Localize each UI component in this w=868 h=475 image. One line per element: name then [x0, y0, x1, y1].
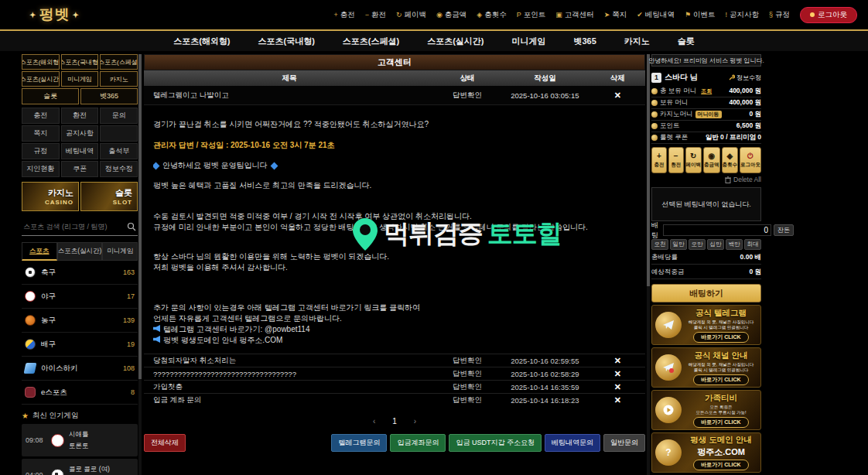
- sport-row-soccer[interactable]: 축구163: [22, 261, 138, 285]
- next-page-icon[interactable]: ›: [414, 417, 416, 425]
- logout-button[interactable]: 로그아웃: [800, 7, 857, 23]
- sidebar-item-inquiry[interactable]: 문의: [100, 108, 138, 124]
- main-scrollbar[interactable]: [647, 54, 650, 475]
- sidebar-item-bet365[interactable]: 벳365: [80, 88, 138, 104]
- post-title[interactable]: ???????????????????????????????????: [144, 370, 435, 378]
- profile-edit-link[interactable]: 정보수정: [729, 73, 761, 82]
- page-number[interactable]: 1: [392, 417, 397, 425]
- nav-sports-domestic[interactable]: 스포츠(국내형): [258, 36, 314, 47]
- bet-history-inquiry-button[interactable]: 베팅내역문의: [545, 434, 600, 452]
- table-row[interactable]: 가입첫충 답변확인 2025-10-14 16:35:59 ✕: [144, 380, 645, 393]
- quick-10000-button[interactable]: 일만: [670, 239, 687, 250]
- delete-post-icon[interactable]: ✕: [614, 356, 621, 365]
- banner-cta[interactable]: 바로가기 CLICK: [693, 417, 748, 428]
- telegram-channel-banner[interactable]: 공식 채널 안내해당계정 외 봇, 채널은 사칭입니다클릭 시 텔레그램 연결됩…: [651, 347, 761, 388]
- sport-row-basketball[interactable]: 농구139: [22, 309, 138, 333]
- sidebar-item-rules[interactable]: 규정: [22, 143, 60, 159]
- menu-item-message[interactable]: ➤쪽지: [604, 10, 627, 20]
- charge-count-button[interactable]: ◈충횟수: [722, 147, 739, 173]
- menu-item-charge[interactable]: +충전: [333, 10, 354, 20]
- sidebar-item-charge[interactable]: 충전: [22, 108, 60, 124]
- sidebar-item-referral[interactable]: 지인현황: [22, 161, 60, 177]
- telegram-inquiry-button[interactable]: 텔레그램문의: [331, 434, 387, 452]
- exchange-button[interactable]: −환전: [668, 147, 684, 173]
- sidebar-item-event[interactable]: [100, 125, 138, 142]
- table-row[interactable]: 당첨되자말자 취소처리는 답변확인 2025-10-16 02:59:55 ✕: [144, 354, 645, 367]
- sport-row-esports[interactable]: e스포츠8: [22, 381, 138, 405]
- tab-minigame[interactable]: 미니게임: [102, 242, 138, 261]
- place-bet-button[interactable]: 배팅하기: [651, 284, 761, 302]
- delete-post-icon[interactable]: ✕: [614, 369, 621, 378]
- delete-all-button[interactable]: 전체삭제: [144, 434, 186, 452]
- delete-all-bets[interactable]: Delete All: [651, 173, 761, 186]
- sidebar-item-message[interactable]: 쪽지: [22, 125, 60, 142]
- game-row[interactable]: 04:00콜로 콜로 (여)데포르티보 칼리 (여): [22, 459, 138, 475]
- sport-row-baseball[interactable]: 야구17: [22, 285, 138, 309]
- bet-amount-input[interactable]: [663, 224, 771, 236]
- money-transfer-button[interactable]: 머니이동: [695, 111, 722, 118]
- sidebar-item-casino[interactable]: 카지노: [100, 71, 138, 87]
- nav-slot[interactable]: 슬롯: [678, 36, 695, 47]
- post-title[interactable]: 텔레그램이고 나발이고: [144, 91, 435, 101]
- sidebar-item-slot[interactable]: 슬롯: [22, 88, 79, 104]
- sidebar-item-coupon[interactable]: 쿠폰: [61, 161, 99, 177]
- tab-sports[interactable]: 스포츠: [22, 242, 57, 261]
- sidebar-item-bet-history[interactable]: 베팅내역: [61, 143, 99, 159]
- nav-sports-live[interactable]: 스포츠(실시간): [427, 36, 484, 47]
- slot-banner[interactable]: 슬롯 SLOT: [80, 182, 138, 211]
- quick-max-button[interactable]: 최대: [744, 239, 761, 250]
- menu-item-point[interactable]: P포인트: [517, 10, 546, 20]
- charge-amount-button[interactable]: ◉충금액: [703, 147, 720, 173]
- menu-item-rules[interactable]: §규정: [769, 10, 790, 20]
- usdt-wallet-request-button[interactable]: 입금 USDT지갑 주소요청: [449, 434, 542, 452]
- quick-1000000-button[interactable]: 백만: [726, 239, 743, 250]
- banner-cta[interactable]: 바로가기 CLICK: [693, 332, 748, 343]
- casino-banner[interactable]: 카지노 CASINO: [22, 182, 79, 211]
- nav-minigame[interactable]: 미니게임: [511, 36, 545, 47]
- deposit-account-inquiry-button[interactable]: 입금계좌문의: [390, 434, 446, 452]
- sidebar-item-profile-edit[interactable]: 정보수정: [100, 161, 138, 177]
- post-title[interactable]: 가입첫충: [144, 382, 435, 392]
- sidebar-item-minigame[interactable]: 미니게임: [61, 71, 99, 87]
- table-row-expanded[interactable]: 텔레그램이고 나발이고 답변확인 2025-10-16 03:05:15 ✕: [144, 86, 645, 105]
- menu-item-event[interactable]: ⚑이벤트: [685, 10, 716, 20]
- menu-item-payback[interactable]: ↻페이백: [396, 10, 426, 20]
- nav-casino[interactable]: 카지노: [624, 36, 650, 47]
- domain-banner[interactable]: ? 평생 도메인 안내펑주소.COM바로가기 CLICK: [651, 432, 761, 473]
- sidebar-item-sports-domestic[interactable]: 스포츠(국내형): [61, 54, 99, 70]
- sport-row-volleyball[interactable]: 배구19: [22, 333, 138, 357]
- menu-item-charge-count[interactable]: ◈충횟수: [477, 10, 506, 20]
- delete-post-icon[interactable]: ✕: [614, 382, 621, 391]
- tab-sports-live[interactable]: 스포츠(실시간): [57, 242, 103, 261]
- general-inquiry-button[interactable]: 일반문의: [603, 434, 645, 452]
- nav-sports-special[interactable]: 스포츠(스페셜): [343, 36, 399, 47]
- menu-item-bet-history[interactable]: ✔베팅내역: [637, 10, 675, 20]
- sidebar-scrollbar[interactable]: [138, 54, 142, 475]
- nav-bet365[interactable]: 벳365: [573, 36, 596, 47]
- table-row[interactable]: ??????????????????????????????????? 답변확인…: [144, 367, 645, 380]
- sidebar-item-attendance[interactable]: 출석부: [100, 143, 138, 159]
- banner-cta[interactable]: 바로가기 CLICK: [693, 374, 748, 385]
- menu-item-notice[interactable]: !공지사항: [725, 10, 759, 20]
- charge-button[interactable]: +충전: [651, 147, 667, 173]
- banner-cta[interactable]: 바로가기 CLICK: [693, 460, 748, 470]
- family-tv-banner[interactable]: 가족티비모든 회원은모든스포츠 무료시청 가능!바로가기 CLICK: [651, 390, 761, 430]
- game-row[interactable]: 09:08시애틀토론토: [22, 424, 138, 456]
- sports-search-input[interactable]: [23, 223, 127, 231]
- delete-post-icon[interactable]: ✕: [614, 91, 621, 100]
- site-logo[interactable]: ✦ 펑벳 ✦: [29, 5, 80, 25]
- sidebar-item-sports-special[interactable]: 스포츠(스페셜): [100, 54, 138, 70]
- post-title[interactable]: 입금 계좌 문의: [144, 395, 435, 405]
- sidebar-item-sports-overseas[interactable]: 스포츠(해외형): [22, 54, 60, 70]
- menu-item-charge-amount[interactable]: ◉충금액: [436, 10, 466, 20]
- prev-page-icon[interactable]: ‹: [373, 417, 375, 425]
- menu-item-exchange[interactable]: −환전: [365, 10, 386, 20]
- sidebar-item-sports-live[interactable]: 스포츠(실시간): [22, 71, 60, 87]
- delete-post-icon[interactable]: ✕: [614, 395, 621, 405]
- quick-50000-button[interactable]: 오만: [689, 239, 706, 250]
- payback-button[interactable]: ↻페이백: [685, 147, 702, 173]
- nav-sports-overseas[interactable]: 스포츠(해외형): [173, 36, 230, 47]
- sidebar-item-exchange[interactable]: 환전: [61, 108, 99, 124]
- change-button[interactable]: 잔돈: [774, 224, 794, 236]
- table-row[interactable]: 입금 계좌 문의 답변확인 2025-10-14 16:18:23 ✕: [144, 393, 645, 406]
